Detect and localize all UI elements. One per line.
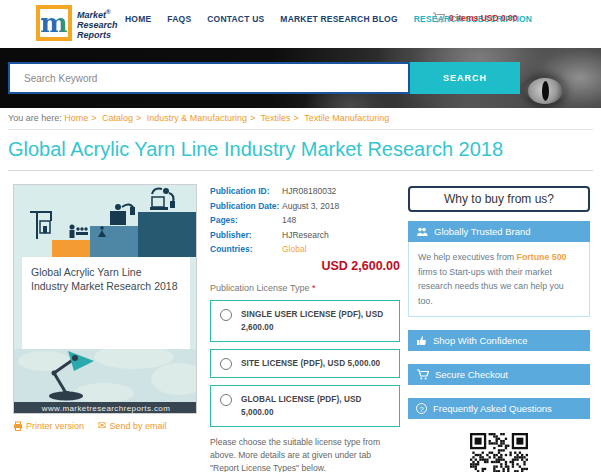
sidebar: Why to buy from us? Globally Trusted Bra… <box>408 186 590 472</box>
cover-bottom-graphic <box>14 349 197 402</box>
license-option-global[interactable]: GLOBAL LICENSE (PDF), USD 5,000.00 <box>210 385 400 427</box>
price: USD 2,600.00 <box>210 259 400 273</box>
logo-letter: m <box>40 11 68 35</box>
publication-id: HJR08180032 <box>282 186 336 196</box>
breadcrumb-textile-manufacturing[interactable]: Textile Manufacturing <box>304 113 389 123</box>
question-icon: ? <box>416 403 427 414</box>
nav-faqs[interactable]: FAQS <box>167 14 191 24</box>
sidebar-item-secure-checkout[interactable]: Secure Checkout <box>408 364 590 385</box>
detail-row: Publication Date:August 3, 2018 <box>210 201 400 211</box>
page: m Market® Research Reports HOME FAQS CON… <box>0 0 601 472</box>
cart-summary-text: 0 items USD 0.00 <box>449 13 518 23</box>
license-radio-global[interactable] <box>220 394 232 406</box>
lamp-illustration <box>14 349 197 402</box>
nav-contact-us[interactable]: CONTACT US <box>207 14 264 24</box>
users-icon <box>416 227 428 237</box>
thumbs-up-icon <box>416 335 427 346</box>
cover-top-graphic <box>14 185 197 257</box>
detail-row: Publication ID:HJR08180032 <box>210 186 400 196</box>
why-buy-box[interactable]: Why to buy from us? <box>408 186 590 212</box>
cart-summary[interactable]: 0 items USD 0.00 <box>432 12 518 23</box>
cover-website: www.marketresearchreports.com <box>14 402 197 414</box>
qr-code <box>468 431 530 472</box>
sidebar-item-shop-with-confidence[interactable]: Shop With Confidence <box>408 330 590 351</box>
detail-row: Pages:148 <box>210 215 400 225</box>
cat-eye-decoration <box>528 78 562 104</box>
machinery-icons <box>14 185 197 257</box>
page-actions: Printer version ✉ Send by email <box>13 420 166 431</box>
breadcrumb-textiles[interactable]: Textiles <box>261 113 291 123</box>
nav-market-research-blog[interactable]: MARKET RESEARCH BLOG <box>280 14 397 24</box>
publisher: HJResearch <box>282 230 329 240</box>
breadcrumb-catalog[interactable]: Catalog <box>102 113 133 123</box>
site-logo[interactable]: m Market® Research Reports <box>36 5 118 41</box>
cart-icon <box>416 369 429 380</box>
cover-title: Global Acrylic Yarn Line Industry Market… <box>31 265 181 293</box>
sidebar-item-globally-trusted-brand[interactable]: Globally Trusted Brand <box>408 221 590 242</box>
breadcrumb-prefix: You are here: <box>8 113 62 123</box>
logo-text: Market® Research Reports <box>77 7 118 40</box>
email-icon: ✉ <box>98 420 106 431</box>
license-radio-single-user[interactable] <box>220 309 232 321</box>
fortune-500-link[interactable]: Fortune 500 <box>517 252 567 262</box>
qr-code-container <box>408 431 590 472</box>
report-cover-image: Global Acrylic Yarn Line Industry Market… <box>13 184 197 414</box>
trusted-brand-text: We help executives from Fortune 500 firm… <box>408 242 590 317</box>
breadcrumb-home[interactable]: Home <box>64 113 88 123</box>
breadcrumb: You are here: Home> Catalog> Industry & … <box>8 113 389 123</box>
send-by-email-link[interactable]: ✉ Send by email <box>98 420 166 431</box>
license-radio-site[interactable] <box>220 358 232 370</box>
search-button[interactable]: SEARCH <box>410 62 520 94</box>
license-type-label: Publication License Type * <box>210 283 400 293</box>
printer-version-link[interactable]: Printer version <box>13 421 84 431</box>
license-note: Please choose the suitable license type … <box>210 436 400 472</box>
divider <box>8 170 593 171</box>
pages: 148 <box>282 215 296 225</box>
breadcrumb-industry-manufacturing[interactable]: Industry & Manufacturing <box>147 113 247 123</box>
detail-row: Countries:Global <box>210 244 400 254</box>
publication-details: Publication ID:HJR08180032 Publication D… <box>210 186 400 472</box>
printer-icon <box>13 421 23 431</box>
sidebar-item-faq[interactable]: ? Frequently Asked Questions <box>408 398 590 419</box>
nav-home[interactable]: HOME <box>125 14 151 24</box>
search-input[interactable] <box>8 62 410 94</box>
divider <box>8 129 593 130</box>
logo-m-icon: m <box>36 5 72 41</box>
publication-date: August 3, 2018 <box>282 201 339 211</box>
header: m Market® Research Reports HOME FAQS CON… <box>0 0 601 48</box>
license-option-single-user[interactable]: SINGLE USER LICENSE (PDF), USD 2,600.00 <box>210 300 400 342</box>
countries-link[interactable]: Global <box>282 244 307 254</box>
license-option-site[interactable]: SITE LICENSE (PDF), USD 5,000.00 <box>210 349 400 378</box>
cart-icon <box>432 12 445 23</box>
cover-title-panel: Global Acrylic Yarn Line Industry Market… <box>22 257 190 349</box>
page-title: Global Acrylic Yarn Line Industry Market… <box>8 138 593 161</box>
detail-row: Publisher:HJResearch <box>210 230 400 240</box>
search-bar: SEARCH <box>8 62 520 94</box>
